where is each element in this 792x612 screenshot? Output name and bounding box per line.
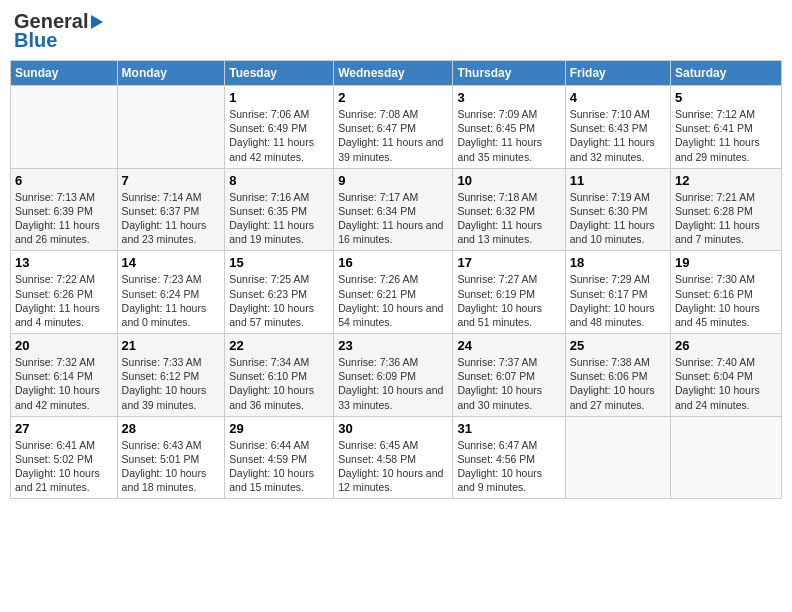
day-number: 7: [122, 173, 221, 188]
day-number: 12: [675, 173, 777, 188]
calendar-cell: 27Sunrise: 6:41 AM Sunset: 5:02 PM Dayli…: [11, 416, 118, 499]
calendar-cell: 31Sunrise: 6:47 AM Sunset: 4:56 PM Dayli…: [453, 416, 565, 499]
day-info: Sunrise: 7:19 AM Sunset: 6:30 PM Dayligh…: [570, 190, 666, 247]
calendar-cell: 24Sunrise: 7:37 AM Sunset: 6:07 PM Dayli…: [453, 334, 565, 417]
logo-triangle-icon: [91, 15, 103, 29]
calendar-cell: 13Sunrise: 7:22 AM Sunset: 6:26 PM Dayli…: [11, 251, 118, 334]
day-info: Sunrise: 7:30 AM Sunset: 6:16 PM Dayligh…: [675, 272, 777, 329]
day-number: 9: [338, 173, 448, 188]
day-number: 10: [457, 173, 560, 188]
calendar-cell: 4Sunrise: 7:10 AM Sunset: 6:43 PM Daylig…: [565, 86, 670, 169]
day-number: 31: [457, 421, 560, 436]
calendar-cell: 19Sunrise: 7:30 AM Sunset: 6:16 PM Dayli…: [671, 251, 782, 334]
day-info: Sunrise: 6:44 AM Sunset: 4:59 PM Dayligh…: [229, 438, 329, 495]
day-info: Sunrise: 6:47 AM Sunset: 4:56 PM Dayligh…: [457, 438, 560, 495]
header-wednesday: Wednesday: [334, 61, 453, 86]
header-monday: Monday: [117, 61, 225, 86]
calendar-cell: 30Sunrise: 6:45 AM Sunset: 4:58 PM Dayli…: [334, 416, 453, 499]
day-info: Sunrise: 7:33 AM Sunset: 6:12 PM Dayligh…: [122, 355, 221, 412]
day-info: Sunrise: 7:25 AM Sunset: 6:23 PM Dayligh…: [229, 272, 329, 329]
calendar-week-2: 6Sunrise: 7:13 AM Sunset: 6:39 PM Daylig…: [11, 168, 782, 251]
page-header: General Blue: [10, 10, 782, 52]
calendar-cell: 1Sunrise: 7:06 AM Sunset: 6:49 PM Daylig…: [225, 86, 334, 169]
day-number: 24: [457, 338, 560, 353]
day-info: Sunrise: 6:45 AM Sunset: 4:58 PM Dayligh…: [338, 438, 448, 495]
calendar-cell: 20Sunrise: 7:32 AM Sunset: 6:14 PM Dayli…: [11, 334, 118, 417]
day-info: Sunrise: 7:09 AM Sunset: 6:45 PM Dayligh…: [457, 107, 560, 164]
day-number: 18: [570, 255, 666, 270]
logo-blue: Blue: [14, 29, 57, 52]
day-number: 11: [570, 173, 666, 188]
calendar-cell: 11Sunrise: 7:19 AM Sunset: 6:30 PM Dayli…: [565, 168, 670, 251]
day-number: 17: [457, 255, 560, 270]
day-number: 28: [122, 421, 221, 436]
day-info: Sunrise: 7:27 AM Sunset: 6:19 PM Dayligh…: [457, 272, 560, 329]
day-number: 8: [229, 173, 329, 188]
day-number: 29: [229, 421, 329, 436]
header-thursday: Thursday: [453, 61, 565, 86]
day-number: 22: [229, 338, 329, 353]
header-sunday: Sunday: [11, 61, 118, 86]
day-info: Sunrise: 7:21 AM Sunset: 6:28 PM Dayligh…: [675, 190, 777, 247]
day-info: Sunrise: 7:32 AM Sunset: 6:14 PM Dayligh…: [15, 355, 113, 412]
calendar-cell: 12Sunrise: 7:21 AM Sunset: 6:28 PM Dayli…: [671, 168, 782, 251]
day-number: 4: [570, 90, 666, 105]
calendar-table: SundayMondayTuesdayWednesdayThursdayFrid…: [10, 60, 782, 499]
day-info: Sunrise: 7:16 AM Sunset: 6:35 PM Dayligh…: [229, 190, 329, 247]
calendar-cell: 3Sunrise: 7:09 AM Sunset: 6:45 PM Daylig…: [453, 86, 565, 169]
day-info: Sunrise: 7:38 AM Sunset: 6:06 PM Dayligh…: [570, 355, 666, 412]
calendar-cell: 9Sunrise: 7:17 AM Sunset: 6:34 PM Daylig…: [334, 168, 453, 251]
calendar-cell: 21Sunrise: 7:33 AM Sunset: 6:12 PM Dayli…: [117, 334, 225, 417]
logo: General Blue: [14, 10, 103, 52]
calendar-cell: 10Sunrise: 7:18 AM Sunset: 6:32 PM Dayli…: [453, 168, 565, 251]
day-number: 30: [338, 421, 448, 436]
calendar-week-4: 20Sunrise: 7:32 AM Sunset: 6:14 PM Dayli…: [11, 334, 782, 417]
calendar-cell: 26Sunrise: 7:40 AM Sunset: 6:04 PM Dayli…: [671, 334, 782, 417]
day-info: Sunrise: 7:12 AM Sunset: 6:41 PM Dayligh…: [675, 107, 777, 164]
day-info: Sunrise: 6:41 AM Sunset: 5:02 PM Dayligh…: [15, 438, 113, 495]
calendar-cell: 28Sunrise: 6:43 AM Sunset: 5:01 PM Dayli…: [117, 416, 225, 499]
day-number: 27: [15, 421, 113, 436]
calendar-cell: 8Sunrise: 7:16 AM Sunset: 6:35 PM Daylig…: [225, 168, 334, 251]
day-number: 25: [570, 338, 666, 353]
day-number: 2: [338, 90, 448, 105]
day-number: 1: [229, 90, 329, 105]
calendar-cell: [11, 86, 118, 169]
day-number: 5: [675, 90, 777, 105]
day-info: Sunrise: 7:36 AM Sunset: 6:09 PM Dayligh…: [338, 355, 448, 412]
calendar-header-row: SundayMondayTuesdayWednesdayThursdayFrid…: [11, 61, 782, 86]
day-number: 21: [122, 338, 221, 353]
day-info: Sunrise: 7:08 AM Sunset: 6:47 PM Dayligh…: [338, 107, 448, 164]
day-info: Sunrise: 6:43 AM Sunset: 5:01 PM Dayligh…: [122, 438, 221, 495]
day-info: Sunrise: 7:22 AM Sunset: 6:26 PM Dayligh…: [15, 272, 113, 329]
calendar-week-5: 27Sunrise: 6:41 AM Sunset: 5:02 PM Dayli…: [11, 416, 782, 499]
calendar-cell: 5Sunrise: 7:12 AM Sunset: 6:41 PM Daylig…: [671, 86, 782, 169]
calendar-cell: 29Sunrise: 6:44 AM Sunset: 4:59 PM Dayli…: [225, 416, 334, 499]
calendar-week-3: 13Sunrise: 7:22 AM Sunset: 6:26 PM Dayli…: [11, 251, 782, 334]
day-number: 14: [122, 255, 221, 270]
day-info: Sunrise: 7:06 AM Sunset: 6:49 PM Dayligh…: [229, 107, 329, 164]
calendar-cell: 17Sunrise: 7:27 AM Sunset: 6:19 PM Dayli…: [453, 251, 565, 334]
calendar-cell: [565, 416, 670, 499]
day-number: 13: [15, 255, 113, 270]
calendar-cell: 14Sunrise: 7:23 AM Sunset: 6:24 PM Dayli…: [117, 251, 225, 334]
day-number: 6: [15, 173, 113, 188]
day-info: Sunrise: 7:26 AM Sunset: 6:21 PM Dayligh…: [338, 272, 448, 329]
calendar-cell: [671, 416, 782, 499]
calendar-cell: 15Sunrise: 7:25 AM Sunset: 6:23 PM Dayli…: [225, 251, 334, 334]
day-info: Sunrise: 7:13 AM Sunset: 6:39 PM Dayligh…: [15, 190, 113, 247]
day-number: 26: [675, 338, 777, 353]
calendar-cell: 2Sunrise: 7:08 AM Sunset: 6:47 PM Daylig…: [334, 86, 453, 169]
calendar-week-1: 1Sunrise: 7:06 AM Sunset: 6:49 PM Daylig…: [11, 86, 782, 169]
calendar-cell: 22Sunrise: 7:34 AM Sunset: 6:10 PM Dayli…: [225, 334, 334, 417]
day-number: 3: [457, 90, 560, 105]
header-saturday: Saturday: [671, 61, 782, 86]
calendar-cell: 23Sunrise: 7:36 AM Sunset: 6:09 PM Dayli…: [334, 334, 453, 417]
day-number: 23: [338, 338, 448, 353]
day-info: Sunrise: 7:29 AM Sunset: 6:17 PM Dayligh…: [570, 272, 666, 329]
day-info: Sunrise: 7:37 AM Sunset: 6:07 PM Dayligh…: [457, 355, 560, 412]
day-info: Sunrise: 7:34 AM Sunset: 6:10 PM Dayligh…: [229, 355, 329, 412]
calendar-cell: 18Sunrise: 7:29 AM Sunset: 6:17 PM Dayli…: [565, 251, 670, 334]
header-tuesday: Tuesday: [225, 61, 334, 86]
day-info: Sunrise: 7:17 AM Sunset: 6:34 PM Dayligh…: [338, 190, 448, 247]
